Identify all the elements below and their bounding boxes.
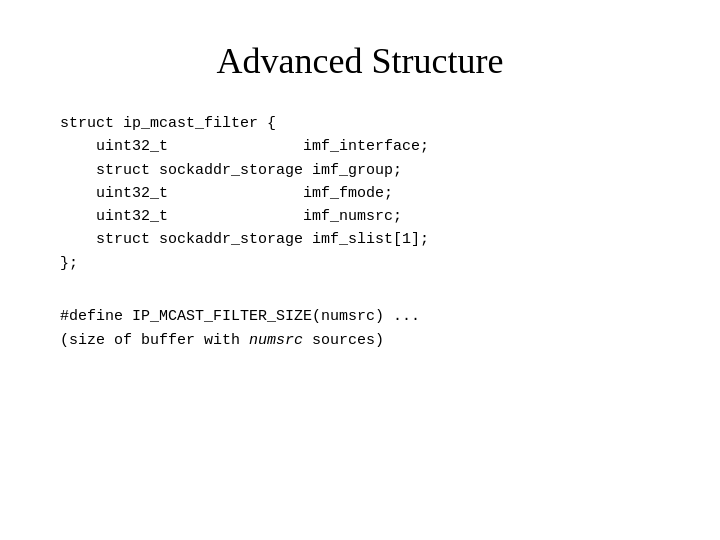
define-line-1: #define IP_MCAST_FILTER_SIZE(numsrc) ... <box>60 305 660 329</box>
define-line-2: (size of buffer with numsrc sources) <box>60 329 660 353</box>
struct-close-line: }; <box>60 252 660 275</box>
code-line-2-right: imf_group; <box>312 159 402 182</box>
define-block: #define IP_MCAST_FILTER_SIZE(numsrc) ...… <box>60 305 660 353</box>
slide-title: Advanced Structure <box>60 40 660 82</box>
define-line-2-prefix: (size of buffer with <box>60 332 249 349</box>
define-line-2-italic: numsrc <box>249 332 303 349</box>
code-line-4: uint32_t imf_numsrc; <box>60 205 660 228</box>
struct-close: }; <box>60 252 78 275</box>
code-line-1-right: imf_interface; <box>303 135 429 158</box>
code-line-2-left: struct sockaddr_storage <box>60 159 312 182</box>
code-line-3: uint32_t imf_fmode; <box>60 182 660 205</box>
code-line-3-right: imf_fmode; <box>303 182 393 205</box>
code-line-5: struct sockaddr_storage imf_slist[1]; <box>60 228 660 251</box>
code-line-2: struct sockaddr_storage imf_group; <box>60 159 660 182</box>
code-block: struct ip_mcast_filter { uint32_t imf_in… <box>60 112 660 275</box>
code-line-5-left: struct sockaddr_storage <box>60 228 312 251</box>
code-line-4-right: imf_numsrc; <box>303 205 402 228</box>
code-line-5-right: imf_slist[1]; <box>312 228 429 251</box>
slide: Advanced Structure struct ip_mcast_filte… <box>0 0 720 540</box>
struct-open: struct ip_mcast_filter { <box>60 112 276 135</box>
code-line-1: uint32_t imf_interface; <box>60 135 660 158</box>
struct-open-line: struct ip_mcast_filter { <box>60 112 660 135</box>
code-line-1-left: uint32_t <box>60 135 303 158</box>
define-line-2-suffix: sources) <box>303 332 384 349</box>
code-line-3-left: uint32_t <box>60 182 303 205</box>
code-line-4-left: uint32_t <box>60 205 303 228</box>
